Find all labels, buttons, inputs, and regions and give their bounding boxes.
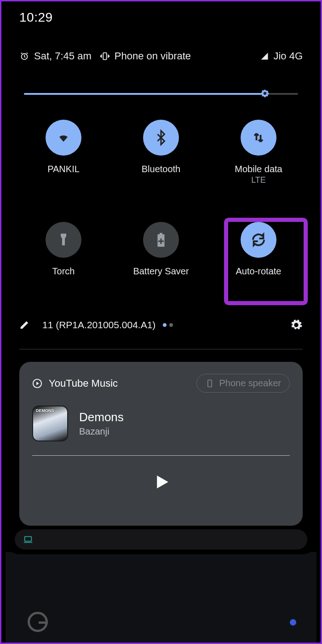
alarm-text[interactable]: Sat, 7:45 am	[34, 50, 92, 62]
media-card[interactable]: YouTube Music Phone speaker Demons Bazan…	[19, 362, 303, 526]
play-icon	[151, 472, 171, 492]
edit-icon[interactable]	[19, 320, 29, 330]
play-button[interactable]	[151, 472, 171, 493]
tile-label: Mobile data	[235, 164, 282, 174]
brightness-fill	[24, 93, 265, 95]
track-title: Demons	[79, 410, 124, 424]
assistant-icon	[290, 619, 296, 626]
tile-label: PANKIL	[47, 164, 80, 174]
track-artist: Bazanji	[79, 426, 124, 437]
media-body: Demons Bazanji	[32, 406, 290, 441]
tile-label: Torch	[52, 266, 75, 277]
bluetooth-icon	[143, 120, 179, 156]
page-indicator	[163, 323, 173, 327]
page-dot	[169, 323, 173, 327]
wifi-icon	[46, 120, 81, 156]
build-info[interactable]: 11 (RP1A.201005.004.A1)	[42, 319, 173, 331]
cellular-signal-icon	[260, 52, 269, 60]
torch-icon	[46, 222, 81, 258]
build-text: 11 (RP1A.201005.004.A1)	[42, 319, 155, 331]
svg-point-2	[264, 92, 267, 95]
youtube-music-icon	[32, 378, 42, 389]
battery-saver-icon	[143, 222, 179, 258]
ringer-text: Phone on vibrate	[115, 50, 191, 62]
media-output-label: Phone speaker	[219, 378, 281, 389]
tile-label: Auto-rotate	[236, 266, 282, 277]
vibrate-icon	[100, 51, 110, 61]
brightness-thumb[interactable]	[259, 88, 271, 100]
qs-header: Sat, 7:45 am Phone on vibrate Jio 4G	[6, 46, 316, 66]
page-dot-active	[163, 323, 167, 327]
tile-battery-saver[interactable]: Battery Saver	[112, 222, 210, 277]
media-output-chip[interactable]: Phone speaker	[196, 374, 290, 393]
auto-rotate-icon	[241, 222, 276, 258]
status-time: 10:29	[19, 10, 53, 25]
tile-auto-rotate[interactable]: Auto-rotate	[210, 222, 307, 277]
carrier-text: Jio 4G	[273, 50, 303, 62]
mobile-data-icon	[241, 120, 276, 156]
alarm-icon	[19, 51, 29, 61]
tile-sublabel: LTE	[251, 175, 266, 185]
media-app-name: YouTube Music	[49, 377, 118, 389]
tile-torch[interactable]: Torch	[15, 222, 112, 277]
album-art	[32, 406, 68, 441]
svg-rect-4	[208, 380, 212, 387]
media-progress[interactable]	[32, 455, 290, 456]
home-backdrop	[6, 552, 316, 644]
google-icon	[28, 612, 48, 632]
media-header: YouTube Music Phone speaker	[32, 374, 290, 393]
phone-icon	[205, 379, 214, 388]
divider	[19, 349, 303, 349]
quick-settings-panel: 10:29 Sat, 7:45 am Phone on vibrate Jio …	[6, 0, 316, 554]
notification-collapsed[interactable]	[15, 529, 307, 550]
tile-bluetooth[interactable]: Bluetooth	[112, 120, 210, 185]
laptop-icon	[23, 534, 33, 545]
qs-footer: 11 (RP1A.201005.004.A1)	[6, 319, 316, 331]
brightness-slider[interactable]	[24, 88, 298, 99]
tile-mobile-data[interactable]: Mobile data LTE	[210, 120, 307, 185]
qs-tiles: PANKIL Bluetooth Mobile data LTE Torch	[6, 120, 316, 277]
tile-label: Battery Saver	[133, 266, 189, 277]
svg-rect-1	[103, 53, 106, 60]
tile-label: Bluetooth	[142, 164, 181, 174]
tile-wifi[interactable]: PANKIL	[15, 120, 112, 185]
svg-rect-5	[25, 537, 32, 541]
gear-icon[interactable]	[290, 319, 303, 331]
brightness-icon	[259, 88, 271, 100]
